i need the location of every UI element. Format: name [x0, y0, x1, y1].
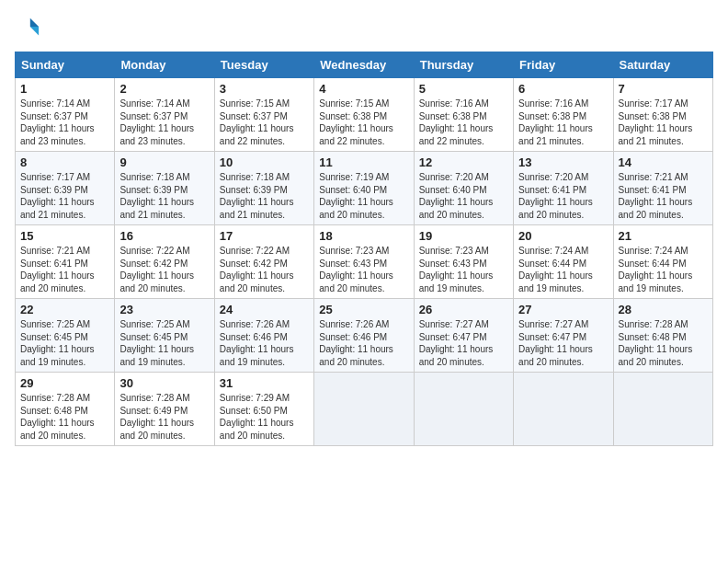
calendar-header-wednesday: Wednesday — [314, 52, 414, 78]
day-cell-27: 27Sunrise: 7:27 AM Sunset: 6:47 PM Dayli… — [514, 299, 613, 373]
day-cell-21: 21Sunrise: 7:24 AM Sunset: 6:44 PM Dayli… — [613, 225, 712, 299]
day-info: Sunrise: 7:18 AM Sunset: 6:39 PM Dayligh… — [220, 171, 309, 221]
day-number: 18 — [319, 229, 408, 243]
day-cell-30: 30Sunrise: 7:28 AM Sunset: 6:49 PM Dayli… — [115, 373, 214, 446]
day-number: 23 — [119, 303, 209, 316]
day-cell-12: 12Sunrise: 7:20 AM Sunset: 6:40 PM Dayli… — [414, 152, 513, 225]
logo-icon — [15, 15, 40, 40]
day-cell-8: 8Sunrise: 7:17 AM Sunset: 6:39 PM Daylig… — [16, 152, 115, 225]
day-number: 5 — [419, 82, 508, 96]
day-number: 9 — [119, 155, 209, 169]
day-number: 21 — [619, 229, 708, 243]
day-cell-31: 31Sunrise: 7:29 AM Sunset: 6:50 PM Dayli… — [214, 373, 313, 446]
day-cell-2: 2Sunrise: 7:14 AM Sunset: 6:37 PM Daylig… — [115, 78, 214, 152]
day-cell-29: 29Sunrise: 7:28 AM Sunset: 6:48 PM Dayli… — [16, 373, 115, 446]
day-cell-7: 7Sunrise: 7:17 AM Sunset: 6:38 PM Daylig… — [613, 78, 712, 152]
day-number: 25 — [319, 303, 408, 316]
day-number: 12 — [419, 155, 508, 169]
day-cell-28: 28Sunrise: 7:28 AM Sunset: 6:48 PM Dayli… — [613, 299, 712, 373]
day-cell-22: 22Sunrise: 7:25 AM Sunset: 6:45 PM Dayli… — [16, 299, 115, 373]
calendar-header-friday: Friday — [514, 52, 613, 78]
day-cell-13: 13Sunrise: 7:20 AM Sunset: 6:41 PM Dayli… — [514, 152, 613, 225]
day-info: Sunrise: 7:16 AM Sunset: 6:38 PM Dayligh… — [518, 98, 608, 147]
day-info: Sunrise: 7:23 AM Sunset: 6:43 PM Dayligh… — [319, 245, 408, 294]
calendar-header-thursday: Thursday — [414, 52, 513, 78]
day-number: 26 — [419, 303, 508, 316]
day-info: Sunrise: 7:16 AM Sunset: 6:38 PM Dayligh… — [419, 98, 508, 147]
day-number: 27 — [518, 303, 608, 316]
day-info: Sunrise: 7:21 AM Sunset: 6:41 PM Dayligh… — [20, 245, 109, 294]
day-cell-9: 9Sunrise: 7:18 AM Sunset: 6:39 PM Daylig… — [115, 152, 214, 225]
day-info: Sunrise: 7:20 AM Sunset: 6:41 PM Dayligh… — [518, 171, 608, 221]
day-cell-15: 15Sunrise: 7:21 AM Sunset: 6:41 PM Dayli… — [16, 225, 115, 299]
day-info: Sunrise: 7:24 AM Sunset: 6:44 PM Dayligh… — [518, 245, 608, 294]
day-number: 28 — [619, 303, 708, 316]
day-cell-3: 3Sunrise: 7:15 AM Sunset: 6:37 PM Daylig… — [214, 78, 313, 152]
day-number: 14 — [619, 155, 708, 169]
day-number: 7 — [619, 82, 708, 96]
day-number: 20 — [518, 229, 608, 243]
day-cell-19: 19Sunrise: 7:23 AM Sunset: 6:43 PM Dayli… — [414, 225, 513, 299]
day-number: 3 — [220, 82, 309, 96]
calendar-header-tuesday: Tuesday — [214, 52, 313, 78]
calendar-header-sunday: Sunday — [16, 52, 115, 78]
calendar-header-saturday: Saturday — [613, 52, 712, 78]
day-cell-23: 23Sunrise: 7:25 AM Sunset: 6:45 PM Dayli… — [115, 299, 214, 373]
day-cell-14: 14Sunrise: 7:21 AM Sunset: 6:41 PM Dayli… — [613, 152, 712, 225]
day-info: Sunrise: 7:25 AM Sunset: 6:45 PM Dayligh… — [119, 318, 209, 368]
day-cell-17: 17Sunrise: 7:22 AM Sunset: 6:42 PM Dayli… — [214, 225, 313, 299]
day-info: Sunrise: 7:14 AM Sunset: 6:37 PM Dayligh… — [20, 98, 109, 147]
day-info: Sunrise: 7:22 AM Sunset: 6:42 PM Dayligh… — [220, 245, 309, 294]
day-cell-18: 18Sunrise: 7:23 AM Sunset: 6:43 PM Dayli… — [314, 225, 414, 299]
day-cell-11: 11Sunrise: 7:19 AM Sunset: 6:40 PM Dayli… — [314, 152, 414, 225]
day-cell-20: 20Sunrise: 7:24 AM Sunset: 6:44 PM Dayli… — [514, 225, 613, 299]
day-number: 17 — [220, 229, 309, 243]
logo — [15, 15, 44, 40]
day-number: 22 — [20, 303, 109, 316]
day-info: Sunrise: 7:28 AM Sunset: 6:48 PM Dayligh… — [20, 392, 109, 442]
day-cell-26: 26Sunrise: 7:27 AM Sunset: 6:47 PM Dayli… — [414, 299, 513, 373]
calendar-week-4: 22Sunrise: 7:25 AM Sunset: 6:45 PM Dayli… — [16, 299, 713, 373]
day-info: Sunrise: 7:26 AM Sunset: 6:46 PM Dayligh… — [319, 318, 408, 368]
day-info: Sunrise: 7:25 AM Sunset: 6:45 PM Dayligh… — [20, 318, 109, 368]
day-cell-6: 6Sunrise: 7:16 AM Sunset: 6:38 PM Daylig… — [514, 78, 613, 152]
day-number: 1 — [20, 82, 109, 96]
day-cell-4: 4Sunrise: 7:15 AM Sunset: 6:38 PM Daylig… — [314, 78, 414, 152]
day-info: Sunrise: 7:20 AM Sunset: 6:40 PM Dayligh… — [419, 171, 508, 221]
empty-cell — [613, 373, 712, 446]
day-info: Sunrise: 7:27 AM Sunset: 6:47 PM Dayligh… — [419, 318, 508, 368]
calendar-week-3: 15Sunrise: 7:21 AM Sunset: 6:41 PM Dayli… — [16, 225, 713, 299]
calendar-week-5: 29Sunrise: 7:28 AM Sunset: 6:48 PM Dayli… — [16, 373, 713, 446]
day-cell-1: 1Sunrise: 7:14 AM Sunset: 6:37 PM Daylig… — [16, 78, 115, 152]
day-cell-10: 10Sunrise: 7:18 AM Sunset: 6:39 PM Dayli… — [214, 152, 313, 225]
day-number: 2 — [119, 82, 209, 96]
calendar-week-2: 8Sunrise: 7:17 AM Sunset: 6:39 PM Daylig… — [16, 152, 713, 225]
day-info: Sunrise: 7:22 AM Sunset: 6:42 PM Dayligh… — [119, 245, 209, 294]
day-cell-5: 5Sunrise: 7:16 AM Sunset: 6:38 PM Daylig… — [414, 78, 513, 152]
empty-cell — [514, 373, 613, 446]
day-number: 16 — [119, 229, 209, 243]
day-info: Sunrise: 7:17 AM Sunset: 6:38 PM Dayligh… — [619, 98, 708, 147]
page-header — [15, 15, 713, 40]
day-info: Sunrise: 7:28 AM Sunset: 6:49 PM Dayligh… — [119, 392, 209, 442]
day-info: Sunrise: 7:19 AM Sunset: 6:40 PM Dayligh… — [319, 171, 408, 221]
day-number: 19 — [419, 229, 508, 243]
day-info: Sunrise: 7:23 AM Sunset: 6:43 PM Dayligh… — [419, 245, 508, 294]
day-number: 31 — [220, 376, 309, 390]
day-number: 13 — [518, 155, 608, 169]
day-info: Sunrise: 7:15 AM Sunset: 6:38 PM Dayligh… — [319, 98, 408, 147]
day-info: Sunrise: 7:28 AM Sunset: 6:48 PM Dayligh… — [619, 318, 708, 368]
day-info: Sunrise: 7:14 AM Sunset: 6:37 PM Dayligh… — [119, 98, 209, 147]
day-info: Sunrise: 7:17 AM Sunset: 6:39 PM Dayligh… — [20, 171, 109, 221]
day-number: 24 — [220, 303, 309, 316]
day-number: 30 — [119, 376, 209, 390]
day-number: 4 — [319, 82, 408, 96]
svg-marker-0 — [30, 18, 39, 27]
day-info: Sunrise: 7:26 AM Sunset: 6:46 PM Dayligh… — [220, 318, 309, 368]
svg-marker-1 — [30, 27, 39, 35]
calendar-table: SundayMondayTuesdayWednesdayThursdayFrid… — [15, 52, 713, 446]
day-cell-16: 16Sunrise: 7:22 AM Sunset: 6:42 PM Dayli… — [115, 225, 214, 299]
day-info: Sunrise: 7:24 AM Sunset: 6:44 PM Dayligh… — [619, 245, 708, 294]
day-number: 15 — [20, 229, 109, 243]
day-number: 11 — [319, 155, 408, 169]
